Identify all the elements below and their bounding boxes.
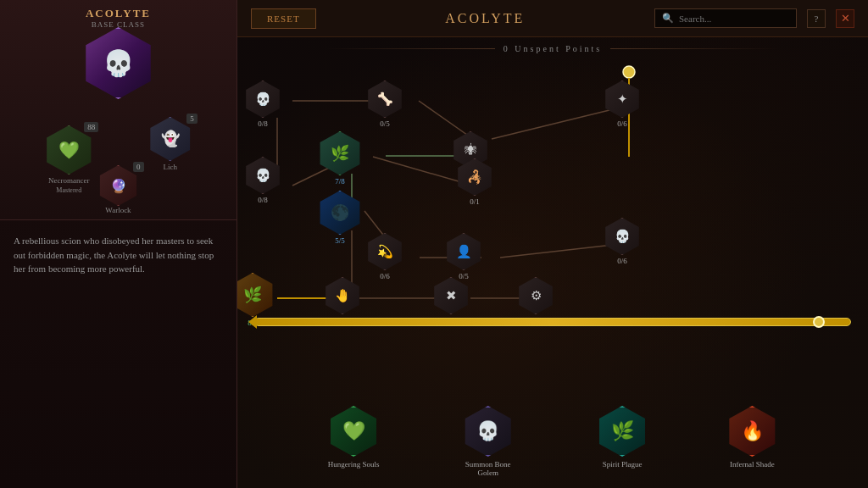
- timeline-dot: [813, 316, 825, 328]
- class-description: A rebellious scion who disobeyed her mas…: [0, 220, 236, 290]
- skill-node-3[interactable]: 🌿 7/8: [318, 131, 362, 186]
- unspent-points-label: 0 Unspent Points: [504, 44, 602, 53]
- node-hex-9: 💫: [366, 233, 403, 270]
- skill-node-7[interactable]: 🌑 5/5: [318, 191, 362, 245]
- node-hex-8: 🦂: [456, 158, 493, 196]
- node-count-2: 0/5: [380, 119, 390, 128]
- summon-bone-golem-label: Summon Bone Golem: [459, 460, 518, 477]
- bottom-skill-infernal-shade[interactable]: 🔥 Infernal Shade: [726, 406, 777, 469]
- skill-node-11[interactable]: 💀 0/6: [604, 218, 641, 265]
- subclass-lich[interactable]: 👻 5 Lich: [148, 117, 192, 194]
- main-character-icon[interactable]: 💀 20: [82, 27, 154, 99]
- help-button[interactable]: ?: [807, 9, 826, 28]
- node-hex-3: 🌿: [318, 131, 362, 175]
- hungering-souls-label: Hungering Souls: [328, 460, 380, 469]
- node-hex-11: 💀: [604, 218, 641, 255]
- subclass-warlock[interactable]: 🔮 0 Warlock: [98, 165, 139, 214]
- skill-node-9[interactable]: 💫 0/6: [366, 233, 403, 280]
- skill-node-10[interactable]: 👤 0/5: [445, 233, 482, 280]
- warlock-label: Warlock: [105, 206, 131, 214]
- node-hex-6: 💀: [244, 157, 281, 194]
- node-hex-12: 🌿: [237, 273, 275, 317]
- node-count-9: 0/6: [380, 272, 390, 280]
- bottom-skill-hungering-souls[interactable]: 💚 Hungering Souls: [328, 406, 380, 469]
- summon-bone-golem-icon: 💀: [463, 406, 514, 457]
- skill-node-5[interactable]: ✦ 0/6: [604, 80, 641, 128]
- svg-point-16: [623, 66, 635, 78]
- skill-tree-area: 💀 0/8 🦴 0/5 ✦ 0/6 💀 0/8 🌿 7/8 🕷: [237, 57, 868, 399]
- reset-button[interactable]: Reset: [251, 8, 316, 29]
- hungering-souls-icon: 💚: [328, 406, 379, 457]
- infernal-shade-icon: 🔥: [726, 406, 777, 457]
- timeline-arrow-left: [248, 315, 257, 329]
- skill-node-2[interactable]: 🦴 0/5: [366, 80, 403, 128]
- right-panel: Reset Acolyte 🔍 ? ✕ 0 Unspent Points: [237, 0, 868, 488]
- node-count-5: 0/6: [617, 119, 627, 128]
- skill-node-1[interactable]: 💀 0/8: [244, 80, 281, 128]
- search-input[interactable]: [679, 14, 789, 24]
- top-bar: Reset Acolyte 🔍 ? ✕: [237, 0, 868, 37]
- lich-level: 5: [186, 114, 198, 124]
- timeline-bar: [254, 318, 851, 326]
- node-count-3: 7/8: [335, 177, 345, 186]
- close-button[interactable]: ✕: [836, 9, 854, 28]
- infernal-shade-label: Infernal Shade: [730, 460, 775, 469]
- warlock-icon: 🔮: [98, 165, 139, 206]
- node-hex-13: 🤚: [324, 277, 361, 314]
- timeline-bar-container: [237, 314, 868, 330]
- node-count-11: 0/6: [617, 257, 627, 265]
- lich-icon: 👻: [148, 117, 192, 161]
- svg-line-8: [500, 245, 613, 258]
- node-hex-7: 🌑: [318, 191, 362, 235]
- node-count-7: 5/5: [335, 236, 345, 245]
- node-hex-2: 🦴: [366, 80, 403, 118]
- skill-node-6[interactable]: 💀 0/8: [244, 157, 281, 204]
- warlock-level: 0: [133, 162, 144, 172]
- class-info-panel: Acolyte Base Class 💀 20 💚 88 Necro: [0, 0, 236, 220]
- class-title-area: Acolyte Base Class: [0, 0, 236, 29]
- node-hex-1: 💀: [244, 80, 281, 118]
- svg-line-2: [492, 109, 613, 139]
- class-name: Acolyte: [0, 7, 236, 20]
- unspent-points-bar: 0 Unspent Points: [237, 37, 868, 57]
- skill-tree-title: Acolyte: [326, 11, 644, 26]
- necromancer-icon: 💚: [44, 125, 93, 175]
- left-panel: Acolyte Base Class 💀 20 💚 88 Necro: [0, 0, 237, 488]
- node-hex-10: 👤: [445, 233, 482, 270]
- node-hex-14: ✖: [432, 277, 470, 314]
- bottom-skill-summon-bone-golem[interactable]: 💀 Summon Bone Golem: [459, 406, 518, 477]
- spirit-plague-label: Spirit Plague: [603, 460, 643, 469]
- lich-label: Lich: [164, 163, 178, 171]
- skill-node-8[interactable]: 🦂 0/1: [456, 158, 493, 206]
- node-count-8: 0/1: [470, 197, 480, 206]
- node-count-1: 0/8: [258, 119, 268, 128]
- node-hex-15: ⚙: [517, 277, 554, 314]
- node-count-6: 0/8: [258, 196, 268, 204]
- search-container: 🔍: [654, 8, 797, 28]
- necromancer-label: Necromancer: [48, 176, 89, 185]
- necromancer-level: 88: [84, 122, 98, 132]
- node-hex-5: ✦: [604, 80, 641, 118]
- bottom-skill-spirit-plague[interactable]: 🌿 Spirit Plague: [597, 406, 648, 469]
- necromancer-mastered: Mastered: [56, 186, 81, 194]
- spirit-plague-icon: 🌿: [597, 406, 648, 457]
- search-icon: 🔍: [662, 13, 674, 24]
- subclass-necromancer[interactable]: 💚 88 Necromancer Mastered: [44, 125, 93, 194]
- bottom-skills-row: 💚 Hungering Souls 💀 Summon Bone Golem 🌿 …: [237, 399, 868, 488]
- main-level-badge: 20: [139, 90, 156, 101]
- main-container: Acolyte Base Class 💀 20 💚 88 Necro: [0, 0, 868, 488]
